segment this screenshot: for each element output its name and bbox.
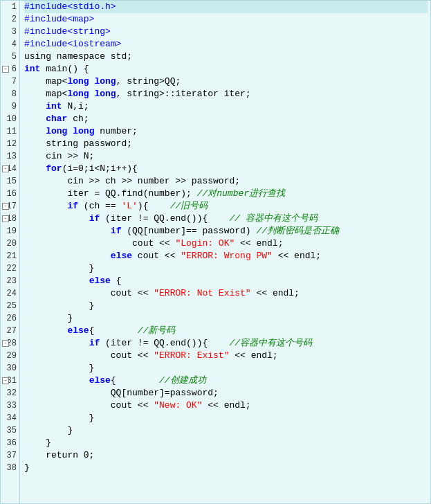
code-line-27: else{ //新号码	[24, 325, 428, 337]
line-number-17: -17	[1, 200, 19, 213]
line-number-37: 37	[1, 449, 19, 462]
code-line-18: if (iter != QQ.end()){ // 容器中有这个号码	[24, 213, 428, 225]
code-line-26: }	[24, 312, 428, 325]
line-number-23: 23	[1, 275, 19, 287]
code-line-10: char ch;	[24, 113, 428, 125]
code-content: #include<stdio.h>#include<map>#include<s…	[20, 1, 430, 503]
code-line-12: string password;	[24, 138, 428, 150]
line-number-11: 11	[1, 125, 19, 138]
code-line-32: QQ[number]=password;	[24, 387, 428, 399]
line-number-2: 2	[1, 13, 19, 26]
line-number-8: 8	[1, 88, 19, 100]
line-number-12: 12	[1, 138, 19, 150]
code-line-33: cout << "New: OK" << endl;	[24, 399, 428, 412]
code-line-9: int N,i;	[24, 100, 428, 113]
line-number-33: 33	[1, 399, 19, 412]
code-line-15: cin >> ch >> number >> password;	[24, 175, 428, 188]
code-line-37: return 0;	[24, 449, 428, 462]
fold-icon-18[interactable]: -	[2, 215, 9, 222]
code-line-36: }	[24, 437, 428, 449]
line-number-10: 10	[1, 113, 19, 125]
line-number-27: 27	[1, 325, 19, 337]
code-line-28: if (iter != QQ.end()){ //容器中有这个号码	[24, 337, 428, 350]
code-line-35: }	[24, 424, 428, 437]
code-line-1: #include<stdio.h>	[24, 1, 428, 13]
line-number-24: 24	[1, 287, 19, 300]
line-number-36: 36	[1, 437, 19, 449]
line-number-1: 1	[1, 1, 19, 13]
line-number-9: 9	[1, 100, 19, 113]
line-number-3: 3	[1, 26, 19, 38]
line-number-13: 13	[1, 150, 19, 163]
fold-icon-28[interactable]: -	[2, 340, 9, 347]
code-line-29: cout << "ERROR: Exist" << endl;	[24, 350, 428, 362]
code-line-24: cout << "ERROR: Not Exist" << endl;	[24, 287, 428, 300]
line-number-5: 5	[1, 51, 19, 63]
code-line-7: map<long long, string>QQ;	[24, 75, 428, 88]
code-line-17: if (ch == 'L'){ //旧号码	[24, 200, 428, 213]
line-number-15: 15	[1, 175, 19, 188]
line-number-29: 29	[1, 350, 19, 362]
line-number-20: 20	[1, 237, 19, 250]
line-number-32: 32	[1, 387, 19, 399]
code-line-20: cout << "Login: OK" << endl;	[24, 237, 428, 250]
line-number-21: 21	[1, 250, 19, 262]
code-line-31: else{ //创建成功	[24, 375, 428, 387]
line-number-35: 35	[1, 424, 19, 437]
fold-icon-17[interactable]: -	[2, 203, 9, 210]
line-number-14: -14	[1, 163, 19, 175]
code-line-30: }	[24, 362, 428, 375]
code-line-23: else {	[24, 275, 428, 287]
code-line-38: }	[24, 462, 428, 474]
line-number-26: 26	[1, 312, 19, 325]
code-line-16: iter = QQ.find(number); //对number进行查找	[24, 188, 428, 200]
code-line-4: #include<iostream>	[24, 38, 428, 51]
code-line-8: map<long long, string>::iterator iter;	[24, 88, 428, 100]
line-number-7: 7	[1, 75, 19, 88]
code-line-6: int main() {	[24, 63, 428, 75]
code-line-3: #include<string>	[24, 26, 428, 38]
line-number-4: 4	[1, 38, 19, 51]
fold-icon-14[interactable]: -	[2, 165, 9, 172]
line-number-38: 38	[1, 462, 19, 474]
code-line-19: if (QQ[number]== password) //判断密码是否正确	[24, 225, 428, 237]
code-editor: 12345-678910111213-141516-17-18192021222…	[0, 0, 431, 504]
line-number-6: -6	[1, 63, 19, 75]
line-number-18: -18	[1, 213, 19, 225]
line-number-34: 34	[1, 412, 19, 424]
code-line-34: }	[24, 412, 428, 424]
line-number-30: 30	[1, 362, 19, 375]
code-line-5: using namespace std;	[24, 51, 428, 63]
code-line-14: for(i=0;i<N;i++){	[24, 163, 428, 175]
line-number-28: -28	[1, 337, 19, 350]
line-number-16: 16	[1, 188, 19, 200]
line-number-19: 19	[1, 225, 19, 237]
line-number-31: -31	[1, 375, 19, 387]
code-line-13: cin >> N;	[24, 150, 428, 163]
code-line-2: #include<map>	[24, 13, 428, 26]
line-number-22: 22	[1, 262, 19, 275]
code-line-21: else cout << "ERROR: Wrong PW" << endl;	[24, 250, 428, 262]
code-line-11: long long number;	[24, 125, 428, 138]
fold-icon-6[interactable]: -	[2, 66, 9, 73]
code-line-25: }	[24, 300, 428, 312]
line-number-25: 25	[1, 300, 19, 312]
line-number-gutter: 12345-678910111213-141516-17-18192021222…	[1, 1, 20, 503]
fold-icon-31[interactable]: -	[2, 377, 9, 384]
code-line-22: }	[24, 262, 428, 275]
